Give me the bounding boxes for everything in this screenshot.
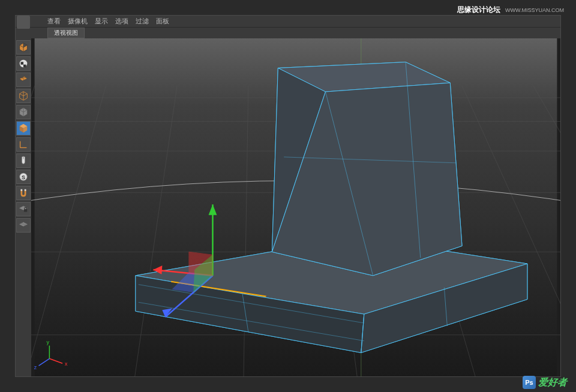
axis-tool[interactable] <box>16 137 31 152</box>
svg-rect-8 <box>21 189 23 191</box>
ps-logo-icon: Ps <box>523 376 536 389</box>
menu-filter[interactable]: 过滤 <box>136 17 149 26</box>
snap-s-tool[interactable]: S <box>16 170 31 184</box>
menu-display[interactable]: 显示 <box>95 17 108 26</box>
plane-grid-tool[interactable] <box>16 73 31 87</box>
left-toolbar: S <box>16 38 31 376</box>
cube-solid-tool[interactable] <box>16 121 31 135</box>
watermark-bottom: Ps 爱好者 <box>523 376 567 389</box>
svg-text:y: y <box>46 339 49 345</box>
svg-line-21 <box>31 86 35 376</box>
magnet-tool[interactable] <box>16 186 31 200</box>
svg-text:z: z <box>34 364 37 370</box>
grid-lock-tool[interactable] <box>16 202 31 216</box>
tab-perspective[interactable]: 透视视图 <box>47 28 85 38</box>
menu-bar: 查看 摄像机 显示 选项 过滤 面板 <box>16 16 560 28</box>
app-icon <box>17 16 30 29</box>
svg-text:x: x <box>65 361 68 367</box>
watermark-top: 思缘设计论坛 WWW.MISSYUAN.COM <box>457 5 564 15</box>
menu-panel[interactable]: 面板 <box>156 17 169 26</box>
svg-rect-10 <box>24 209 27 212</box>
app-window: 查看 摄像机 显示 选项 过滤 面板 透视视图 <box>15 15 561 377</box>
grid-tool[interactable] <box>16 218 31 233</box>
svg-rect-9 <box>25 189 26 191</box>
sphere-checker-tool[interactable] <box>16 56 31 71</box>
cube-wire-tool[interactable] <box>16 89 31 103</box>
viewport-canvas[interactable]: x y z <box>31 38 560 376</box>
cube-primitive-tool[interactable] <box>16 40 31 55</box>
menu-view[interactable]: 查看 <box>47 17 61 26</box>
menu-camera[interactable]: 摄像机 <box>68 17 88 26</box>
viewport-3d[interactable]: x y z <box>31 38 560 376</box>
menu-options[interactable]: 选项 <box>115 17 128 26</box>
mouse-tool[interactable] <box>16 153 31 168</box>
tab-bar: 透视视图 <box>16 28 560 38</box>
cube-gray-tool[interactable] <box>16 105 31 119</box>
svg-text:S: S <box>22 174 25 180</box>
